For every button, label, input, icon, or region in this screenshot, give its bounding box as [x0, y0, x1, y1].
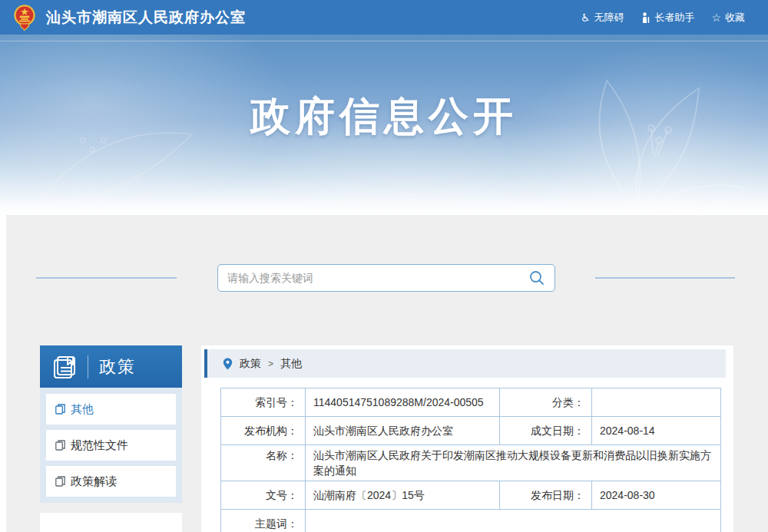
main-area: 政策 其他 规范性文件 — [6, 215, 768, 532]
favorite-label: 收藏 — [725, 11, 745, 25]
sidebar-item-label: 规范性文件 — [71, 438, 128, 453]
field-value: 2024-08-14 — [592, 417, 721, 445]
search-input[interactable] — [227, 272, 528, 284]
table-row: 索引号： 11440514751089288M/2024-00505 分类： — [221, 388, 721, 417]
sidebar-item-other[interactable]: 其他 — [46, 394, 176, 425]
page-title: 政府信息公开 — [0, 90, 768, 144]
field-label: 分类： — [500, 388, 592, 417]
elder-assistant-link[interactable]: 长者助手 — [641, 11, 694, 25]
field-label: 发布机构： — [221, 417, 306, 445]
table-row: 名称： 汕头市潮南区人民政府关于印发潮南区推动大规模设备更新和消费品以旧换新实施… — [221, 445, 721, 481]
sidebar-items: 其他 规范性文件 政策解读 — [40, 388, 182, 497]
field-label: 成文日期： — [500, 417, 592, 445]
sidebar-item-label: 政策解读 — [71, 474, 117, 489]
national-emblem-icon — [12, 4, 37, 31]
header-divider — [88, 355, 88, 378]
breadcrumb-item-other[interactable]: 其他 — [280, 357, 302, 371]
field-label: 名称： — [221, 445, 306, 481]
star-icon: ☆ — [711, 12, 721, 23]
field-label: 索引号： — [221, 388, 306, 417]
document-icon — [55, 404, 65, 415]
field-label: 文号： — [221, 481, 306, 510]
elder-assistant-label: 长者助手 — [654, 11, 694, 25]
sidebar-section-title: 政策 — [99, 355, 136, 378]
sidebar-section-policy: 政策 其他 规范性文件 — [40, 345, 182, 503]
decorative-line-left — [36, 277, 177, 279]
field-value — [592, 388, 721, 417]
field-label: 发布日期： — [500, 481, 592, 510]
accessibility-icon: ♿ — [581, 12, 591, 23]
search-icon[interactable] — [528, 269, 545, 286]
field-value: 汕潮南府〔2024〕15号 — [306, 481, 500, 510]
topbar: 汕头市潮南区人民政府办公室 ♿ 无障碍 长者助手 ☆ 收藏 — [0, 0, 768, 35]
book-icon — [51, 353, 78, 381]
elder-assistant-icon — [641, 12, 650, 23]
favorite-link[interactable]: ☆ 收藏 — [711, 11, 745, 25]
sidebar-item-label: 其他 — [71, 402, 94, 417]
document-icon — [55, 440, 65, 451]
breadcrumb: 政策 > 其他 — [204, 349, 726, 378]
sidebar: 政策 其他 规范性文件 — [40, 345, 182, 532]
decorative-line-right — [595, 277, 735, 279]
field-value: 2024-08-30 — [592, 481, 721, 510]
breadcrumb-item-policy[interactable]: 政策 — [240, 357, 261, 371]
sidebar-header-government-info[interactable]: 政府信息 — [40, 513, 182, 532]
location-pin-icon — [223, 358, 233, 370]
banner: 政府信息公开 — [0, 35, 768, 215]
content-card: 政策 > 其他 索引号： 11440514751089288M/2024-005… — [201, 345, 733, 532]
field-value: 汕头市潮南区人民政府关于印发潮南区推动大规模设备更新和消费品以旧换新实施方案的通… — [306, 445, 721, 481]
sidebar-item-policy-interpretation[interactable]: 政策解读 — [46, 466, 176, 497]
topbar-links: ♿ 无障碍 长者助手 ☆ 收藏 — [581, 11, 745, 25]
table-row: 文号： 汕潮南府〔2024〕15号 发布日期： 2024-08-30 — [221, 481, 721, 510]
record-info-table: 索引号： 11440514751089288M/2024-00505 分类： 发… — [220, 388, 721, 532]
accessibility-label: 无障碍 — [594, 11, 624, 25]
field-value — [306, 510, 721, 532]
document-icon — [55, 476, 65, 487]
site-title: 汕头市潮南区人民政府办公室 — [46, 8, 246, 28]
accessibility-link[interactable]: ♿ 无障碍 — [581, 11, 624, 25]
table-row: 发布机构： 汕头市潮南区人民政府办公室 成文日期： 2024-08-14 — [221, 417, 721, 445]
field-label: 主题词： — [221, 510, 306, 532]
sidebar-item-normative-documents[interactable]: 规范性文件 — [46, 430, 176, 461]
sidebar-header-policy[interactable]: 政策 — [40, 345, 182, 388]
table-row: 主题词： — [221, 510, 721, 532]
field-value: 汕头市潮南区人民政府办公室 — [306, 417, 500, 445]
breadcrumb-accent-bar — [204, 349, 207, 378]
breadcrumb-separator: > — [268, 359, 273, 369]
search-box — [217, 264, 555, 292]
field-value: 11440514751089288M/2024-00505 — [306, 388, 500, 417]
